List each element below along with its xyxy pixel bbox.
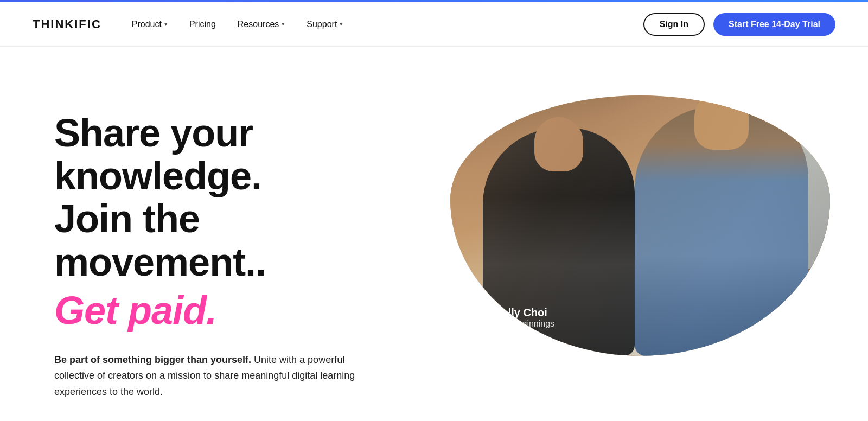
hero-headline-pink: Get paid. [54,288,412,333]
nav-trial-button[interactable]: Start Free 14-Day Trial [713,13,835,36]
nav-item-pricing[interactable]: Pricing [181,15,225,34]
nav-item-resources[interactable]: Resources ▾ [229,15,293,34]
hero-content: Share your knowledge. Join the movement.… [54,90,412,421]
nav-item-support[interactable]: Support ▾ [298,15,352,34]
chevron-down-icon: ▾ [282,21,285,28]
image-caption: Holly Choi SafeBeginnings [494,307,554,329]
chevron-down-icon: ▾ [340,21,343,28]
nav-right: Sign In Start Free 14-Day Trial [643,13,835,36]
hero-subtext: Be part of something bigger than yoursel… [54,352,369,400]
caption-name: Holly Choi [494,307,554,319]
logo[interactable]: THINKIFIC [33,17,101,31]
hero-headline: Share your knowledge. Join the movement.… [54,112,412,284]
hero-section: Share your knowledge. Join the movement.… [0,47,868,421]
nav-links: Product ▾ Pricing Resources ▾ Support ▾ [123,15,352,34]
caption-brand: SafeBeginnings [494,319,554,329]
nav-item-product[interactable]: Product ▾ [123,15,176,34]
chevron-down-icon: ▾ [164,21,168,28]
hero-image-area: Holly Choi SafeBeginnings [445,90,835,356]
signin-button[interactable]: Sign In [643,13,705,36]
main-nav: THINKIFIC Product ▾ Pricing Resources ▾ … [0,2,868,47]
hero-image: Holly Choi SafeBeginnings [450,95,830,356]
nav-left: THINKIFIC Product ▾ Pricing Resources ▾ … [33,15,352,34]
